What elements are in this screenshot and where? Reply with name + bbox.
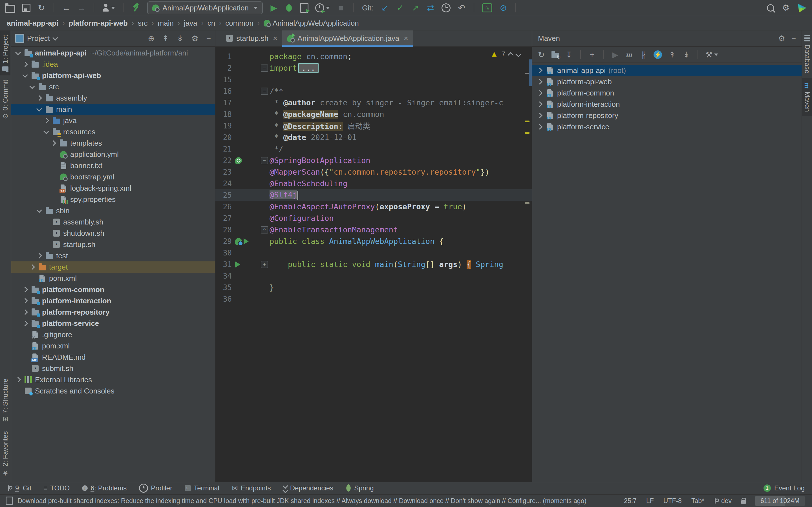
- collapse-all-icon[interactable]: ↡: [177, 34, 183, 43]
- tree-chevron[interactable]: [22, 299, 29, 303]
- expand-all-icon[interactable]: ↟: [162, 34, 169, 43]
- scrollbar-thumb[interactable]: [529, 59, 532, 86]
- forward-icon[interactable]: →: [77, 3, 86, 13]
- chevron-right-icon[interactable]: [536, 91, 543, 95]
- tree-chevron[interactable]: [36, 209, 43, 212]
- maven-expand-all-icon[interactable]: ↟: [668, 50, 676, 59]
- tree-item[interactable]: .gitignore: [11, 329, 215, 340]
- profiler-toolwindow[interactable]: Profiler: [139, 484, 172, 493]
- git-toolwindow[interactable]: 9: Git: [7, 484, 31, 492]
- tree-chevron[interactable]: [15, 52, 21, 54]
- tree-item[interactable]: application.yml: [11, 149, 215, 160]
- maven-download-icon[interactable]: ↧: [565, 50, 573, 59]
- profiler-app-icon[interactable]: [482, 3, 492, 13]
- tree-item[interactable]: java: [11, 115, 215, 126]
- stripe-button-maven[interactable]: mMaven: [802, 78, 812, 116]
- tree-chevron[interactable]: [22, 321, 29, 325]
- code-line[interactable]: 26@EnableAspectJAutoProxy(exposeProxy = …: [215, 201, 532, 212]
- gear-icon[interactable]: ⚙: [192, 34, 199, 43]
- code-line[interactable]: 20 * @date 2021-12-01: [215, 131, 532, 143]
- git-branch[interactable]: dev: [714, 497, 732, 505]
- run-icon[interactable]: [235, 262, 240, 268]
- stripe-button-database[interactable]: Database: [802, 31, 812, 78]
- ide-logo-icon[interactable]: [797, 3, 807, 13]
- code-line[interactable]: 35}: [215, 282, 532, 293]
- tree-chevron[interactable]: [36, 254, 43, 258]
- code-line[interactable]: 31+ public static void main(String[] arg…: [215, 259, 532, 270]
- run-icon[interactable]: [244, 238, 249, 244]
- maven-generate-icon[interactable]: [552, 53, 559, 58]
- close-icon[interactable]: ×: [404, 34, 408, 43]
- tree-item[interactable]: sbin: [11, 205, 215, 216]
- tree-item[interactable]: platform-repository: [11, 306, 215, 318]
- inspection-widget[interactable]: ▲ 7: [490, 50, 520, 59]
- next-warning-icon[interactable]: [515, 51, 521, 57]
- prev-warning-icon[interactable]: [508, 52, 514, 58]
- run-coverage-icon[interactable]: [300, 3, 308, 13]
- maven-module-item[interactable]: platform-interaction: [532, 99, 802, 110]
- tree-chevron[interactable]: [50, 141, 57, 145]
- run-icon[interactable]: ▶: [269, 3, 278, 13]
- tree-item[interactable]: bootstrap.yml: [11, 171, 215, 182]
- tree-item[interactable]: submit.sh: [11, 363, 215, 374]
- tree-item[interactable]: animal-app-api~/GitCode/animal-platform/…: [11, 47, 215, 59]
- tree-chevron[interactable]: [36, 96, 43, 100]
- save-icon[interactable]: [22, 3, 31, 13]
- chevron-right-icon[interactable]: [536, 125, 543, 129]
- close-icon[interactable]: ×: [273, 34, 277, 43]
- breadcrumb-item[interactable]: AnimalAppWebApplication: [264, 19, 359, 27]
- git-push-icon[interactable]: ↗: [411, 3, 419, 13]
- code-line[interactable]: 34: [215, 270, 532, 282]
- code-line[interactable]: 18 * @packageName cn.common: [215, 108, 532, 120]
- code-line[interactable]: 21 */: [215, 143, 532, 155]
- tree-item[interactable]: target: [11, 262, 215, 273]
- encoding[interactable]: UTF-8: [663, 497, 682, 505]
- event-log-button[interactable]: 1 Event Log: [763, 484, 805, 492]
- tree-item[interactable]: test: [11, 250, 215, 262]
- editor-tab[interactable]: AnimalAppWebApplication.java×: [282, 31, 413, 46]
- profile-icon[interactable]: [315, 3, 330, 13]
- todo-toolwindow[interactable]: ≡TODO: [44, 484, 70, 492]
- git-fetch-icon[interactable]: ⇄: [426, 3, 435, 13]
- maven-add-icon[interactable]: +: [588, 50, 596, 59]
- maven-module-item[interactable]: platform-service: [532, 121, 802, 132]
- spring-scan-icon[interactable]: [235, 157, 242, 164]
- breadcrumb-item[interactable]: cn: [207, 19, 215, 27]
- chevron-right-icon[interactable]: [536, 68, 543, 72]
- endpoints-toolwindow[interactable]: ⋈Endpoints: [232, 484, 271, 492]
- code-line[interactable]: 25@Slf4j: [215, 189, 532, 201]
- tree-chevron[interactable]: [22, 288, 29, 291]
- tree-item[interactable]: main: [11, 104, 215, 115]
- user-icon[interactable]: [102, 3, 115, 13]
- maven-collapse-all-icon[interactable]: ↡: [682, 50, 690, 59]
- breadcrumb-item[interactable]: common: [225, 19, 253, 27]
- code-line[interactable]: 23@MapperScan({"cn.common.repository.rep…: [215, 166, 532, 178]
- maven-skip-tests-icon[interactable]: ∦: [640, 50, 647, 59]
- tree-chevron[interactable]: [43, 119, 50, 122]
- code-line[interactable]: 29public class AnimalAppWebApplication {: [215, 235, 532, 247]
- problems-toolwindow[interactable]: !6: Problems: [82, 484, 126, 492]
- code-line[interactable]: 27@Configuration: [215, 212, 532, 224]
- tree-chevron[interactable]: [22, 74, 29, 77]
- maven-module-item[interactable]: platform-common: [532, 87, 802, 99]
- code-line[interactable]: 24@EnableScheduling: [215, 178, 532, 189]
- breadcrumb-item[interactable]: src: [138, 19, 148, 27]
- maven-refresh-icon[interactable]: ↻: [538, 50, 545, 59]
- chevron-right-icon[interactable]: [536, 102, 543, 106]
- tree-item[interactable]: logback-spring.xml: [11, 182, 215, 194]
- code-line[interactable]: 16−/**: [215, 86, 532, 97]
- tree-chevron[interactable]: [15, 378, 21, 382]
- settings-icon[interactable]: ⚙: [781, 3, 790, 13]
- caret-position[interactable]: 25:7: [624, 497, 637, 505]
- chevron-down-icon[interactable]: [52, 35, 58, 41]
- tree-item[interactable]: resources: [11, 126, 215, 137]
- breadcrumb-item[interactable]: main: [158, 19, 174, 27]
- tree-item[interactable]: pom.xml: [11, 340, 215, 351]
- run-configuration-select[interactable]: AnimalAppWebApplication: [147, 1, 263, 14]
- project-panel-title[interactable]: Project: [27, 34, 50, 43]
- search-icon[interactable]: [766, 3, 775, 13]
- tree-item[interactable]: templates: [11, 137, 215, 149]
- tree-item[interactable]: README.md: [11, 351, 215, 363]
- tree-chevron[interactable]: [36, 108, 43, 111]
- debug-icon[interactable]: [285, 3, 293, 13]
